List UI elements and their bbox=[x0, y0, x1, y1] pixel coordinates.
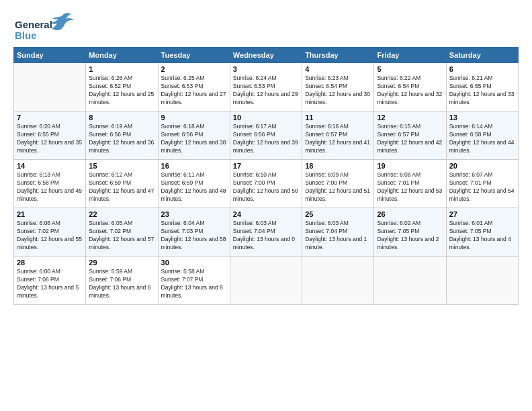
day-number: 5 bbox=[377, 65, 443, 73]
calendar-cell: 23 Sunrise: 6:04 AM Sunset: 7:03 PM Dayl… bbox=[158, 208, 230, 257]
day-info: Sunrise: 6:21 AM Sunset: 6:55 PM Dayligh… bbox=[449, 75, 515, 107]
calendar-cell: 29 Sunrise: 5:59 AM Sunset: 7:06 PM Dayl… bbox=[86, 257, 158, 305]
day-number: 12 bbox=[377, 113, 443, 122]
col-header-tuesday: Tuesday bbox=[158, 48, 230, 63]
day-number: 25 bbox=[305, 210, 371, 218]
day-number: 30 bbox=[161, 259, 227, 267]
day-info: Sunrise: 6:12 AM Sunset: 6:59 PM Dayligh… bbox=[89, 171, 154, 203]
calendar-cell: 18 Sunrise: 6:09 AM Sunset: 7:00 PM Dayl… bbox=[302, 160, 374, 208]
calendar-cell: 13 Sunrise: 6:14 AM Sunset: 6:58 PM Dayl… bbox=[446, 111, 518, 160]
day-info: Sunrise: 6:08 AM Sunset: 7:01 PM Dayligh… bbox=[377, 171, 443, 203]
calendar-cell: 21 Sunrise: 6:06 AM Sunset: 7:02 PM Dayl… bbox=[14, 208, 86, 257]
day-info: Sunrise: 5:58 AM Sunset: 7:07 PM Dayligh… bbox=[161, 268, 227, 300]
day-info: Sunrise: 6:03 AM Sunset: 7:04 PM Dayligh… bbox=[305, 220, 371, 252]
svg-text:Blue: Blue bbox=[15, 30, 37, 41]
day-number: 19 bbox=[377, 162, 443, 170]
day-info: Sunrise: 6:07 AM Sunset: 7:01 PM Dayligh… bbox=[449, 171, 515, 203]
day-info: Sunrise: 6:09 AM Sunset: 7:00 PM Dayligh… bbox=[305, 171, 371, 203]
day-info: Sunrise: 6:13 AM Sunset: 6:58 PM Dayligh… bbox=[17, 171, 83, 203]
day-info: Sunrise: 6:11 AM Sunset: 6:59 PM Dayligh… bbox=[161, 171, 227, 203]
day-number: 7 bbox=[17, 113, 83, 122]
calendar-cell: 7 Sunrise: 6:20 AM Sunset: 6:55 PM Dayli… bbox=[14, 111, 86, 160]
day-number: 28 bbox=[17, 259, 83, 267]
day-info: Sunrise: 6:03 AM Sunset: 7:04 PM Dayligh… bbox=[233, 220, 299, 252]
calendar-cell: 27 Sunrise: 6:01 AM Sunset: 7:05 PM Dayl… bbox=[446, 208, 518, 257]
day-info: Sunrise: 5:59 AM Sunset: 7:06 PM Dayligh… bbox=[89, 268, 154, 300]
calendar-cell bbox=[230, 257, 302, 305]
day-number: 21 bbox=[17, 210, 83, 218]
day-number: 8 bbox=[89, 113, 154, 122]
day-number: 1 bbox=[89, 65, 154, 73]
day-number: 23 bbox=[161, 210, 227, 218]
col-header-monday: Monday bbox=[86, 48, 158, 63]
day-number: 3 bbox=[233, 65, 299, 73]
calendar-cell: 16 Sunrise: 6:11 AM Sunset: 6:59 PM Dayl… bbox=[158, 160, 230, 208]
calendar-cell: 14 Sunrise: 6:13 AM Sunset: 6:58 PM Dayl… bbox=[14, 160, 86, 208]
calendar-cell: 15 Sunrise: 6:12 AM Sunset: 6:59 PM Dayl… bbox=[86, 160, 158, 208]
day-info: Sunrise: 6:10 AM Sunset: 7:00 PM Dayligh… bbox=[233, 171, 299, 203]
calendar-cell: 28 Sunrise: 6:00 AM Sunset: 7:06 PM Dayl… bbox=[14, 257, 86, 305]
day-number: 15 bbox=[89, 162, 154, 170]
calendar-cell: 11 Sunrise: 6:16 AM Sunset: 6:57 PM Dayl… bbox=[302, 111, 374, 160]
calendar-cell: 25 Sunrise: 6:03 AM Sunset: 7:04 PM Dayl… bbox=[302, 208, 374, 257]
day-number: 10 bbox=[233, 113, 299, 122]
day-info: Sunrise: 6:16 AM Sunset: 6:57 PM Dayligh… bbox=[305, 123, 371, 155]
day-number: 22 bbox=[89, 210, 154, 218]
day-info: Sunrise: 6:15 AM Sunset: 6:57 PM Dayligh… bbox=[377, 123, 443, 155]
day-info: Sunrise: 6:20 AM Sunset: 6:55 PM Dayligh… bbox=[17, 123, 83, 155]
day-info: Sunrise: 6:00 AM Sunset: 7:06 PM Dayligh… bbox=[17, 268, 83, 300]
svg-text:General: General bbox=[15, 19, 52, 30]
day-number: 11 bbox=[305, 113, 371, 122]
calendar-cell: 12 Sunrise: 6:15 AM Sunset: 6:57 PM Dayl… bbox=[374, 111, 446, 160]
col-header-thursday: Thursday bbox=[302, 48, 374, 63]
day-info: Sunrise: 6:17 AM Sunset: 6:56 PM Dayligh… bbox=[233, 123, 299, 155]
day-number: 24 bbox=[233, 210, 299, 218]
calendar-cell bbox=[374, 257, 446, 305]
calendar-cell: 1 Sunrise: 6:26 AM Sunset: 6:52 PM Dayli… bbox=[86, 63, 158, 111]
calendar-cell: 4 Sunrise: 6:23 AM Sunset: 6:54 PM Dayli… bbox=[302, 63, 374, 111]
day-info: Sunrise: 6:19 AM Sunset: 6:56 PM Dayligh… bbox=[89, 123, 154, 155]
day-info: Sunrise: 6:06 AM Sunset: 7:02 PM Dayligh… bbox=[17, 220, 83, 252]
day-info: Sunrise: 6:04 AM Sunset: 7:03 PM Dayligh… bbox=[161, 220, 227, 252]
calendar-cell: 17 Sunrise: 6:10 AM Sunset: 7:00 PM Dayl… bbox=[230, 160, 302, 208]
calendar-cell: 8 Sunrise: 6:19 AM Sunset: 6:56 PM Dayli… bbox=[86, 111, 158, 160]
day-number: 29 bbox=[89, 259, 154, 267]
col-header-wednesday: Wednesday bbox=[230, 48, 302, 63]
calendar-cell: 3 Sunrise: 6:24 AM Sunset: 6:53 PM Dayli… bbox=[230, 63, 302, 111]
calendar-cell bbox=[302, 257, 374, 305]
calendar-cell: 2 Sunrise: 6:25 AM Sunset: 6:53 PM Dayli… bbox=[158, 63, 230, 111]
calendar-cell: 24 Sunrise: 6:03 AM Sunset: 7:04 PM Dayl… bbox=[230, 208, 302, 257]
calendar-cell: 19 Sunrise: 6:08 AM Sunset: 7:01 PM Dayl… bbox=[374, 160, 446, 208]
calendar-cell: 9 Sunrise: 6:18 AM Sunset: 6:56 PM Dayli… bbox=[158, 111, 230, 160]
day-number: 20 bbox=[449, 162, 515, 170]
calendar-cell: 10 Sunrise: 6:17 AM Sunset: 6:56 PM Dayl… bbox=[230, 111, 302, 160]
calendar-cell: 30 Sunrise: 5:58 AM Sunset: 7:07 PM Dayl… bbox=[158, 257, 230, 305]
day-number: 4 bbox=[305, 65, 371, 73]
day-number: 27 bbox=[449, 210, 515, 218]
day-number: 6 bbox=[449, 65, 515, 73]
day-number: 17 bbox=[233, 162, 299, 170]
col-header-saturday: Saturday bbox=[446, 48, 518, 63]
day-number: 26 bbox=[377, 210, 443, 218]
calendar-cell bbox=[446, 257, 518, 305]
calendar-cell: 26 Sunrise: 6:02 AM Sunset: 7:05 PM Dayl… bbox=[374, 208, 446, 257]
calendar-table: SundayMondayTuesdayWednesdayThursdayFrid… bbox=[13, 47, 519, 305]
calendar-cell bbox=[14, 63, 86, 111]
day-number: 18 bbox=[305, 162, 371, 170]
day-number: 16 bbox=[161, 162, 227, 170]
day-number: 13 bbox=[449, 113, 515, 122]
calendar-cell: 22 Sunrise: 6:05 AM Sunset: 7:02 PM Dayl… bbox=[86, 208, 158, 257]
day-info: Sunrise: 6:14 AM Sunset: 6:58 PM Dayligh… bbox=[449, 123, 515, 155]
day-number: 14 bbox=[17, 162, 83, 170]
col-header-friday: Friday bbox=[374, 48, 446, 63]
day-info: Sunrise: 6:02 AM Sunset: 7:05 PM Dayligh… bbox=[377, 220, 443, 252]
day-info: Sunrise: 6:18 AM Sunset: 6:56 PM Dayligh… bbox=[161, 123, 227, 155]
day-number: 9 bbox=[161, 113, 227, 122]
day-info: Sunrise: 6:01 AM Sunset: 7:05 PM Dayligh… bbox=[449, 220, 515, 252]
calendar-cell: 6 Sunrise: 6:21 AM Sunset: 6:55 PM Dayli… bbox=[446, 63, 518, 111]
calendar-cell: 5 Sunrise: 6:22 AM Sunset: 6:54 PM Dayli… bbox=[374, 63, 446, 111]
day-number: 2 bbox=[161, 65, 227, 73]
day-info: Sunrise: 6:26 AM Sunset: 6:52 PM Dayligh… bbox=[89, 75, 154, 107]
day-info: Sunrise: 6:22 AM Sunset: 6:54 PM Dayligh… bbox=[377, 75, 443, 107]
day-info: Sunrise: 6:24 AM Sunset: 6:53 PM Dayligh… bbox=[233, 75, 299, 107]
